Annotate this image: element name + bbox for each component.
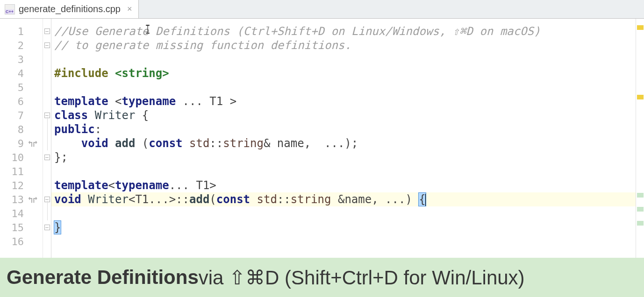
tip-banner-title: Generate Definitions xyxy=(7,266,199,289)
fold-toggle-icon[interactable]: – xyxy=(44,42,50,48)
tab-bar: C++ generate_definitions.cpp × xyxy=(0,0,644,19)
line-number: 7 xyxy=(0,108,43,122)
warning-marker[interactable] xyxy=(637,25,644,30)
line-number: 10 xyxy=(0,150,43,164)
change-marker[interactable] xyxy=(637,221,644,226)
code-comment: //Use Generate Definitions (Ctrl+Shift+D… xyxy=(54,25,540,38)
change-marker[interactable] xyxy=(637,193,644,198)
matched-brace: } xyxy=(54,221,61,234)
code-token: <string> xyxy=(115,67,169,80)
caret xyxy=(425,194,426,206)
line-number: 12 xyxy=(0,178,43,192)
tab-generate-definitions[interactable]: C++ generate_definitions.cpp × xyxy=(0,0,139,18)
fold-end-icon[interactable]: – xyxy=(44,155,50,160)
tip-banner: Generate Definitions via ⇧⌘D (Shift+Ctrl… xyxy=(0,258,644,297)
code-editor-area[interactable]: Ꮖ //Use Generate Definitions (Ctrl+Shift… xyxy=(51,19,644,258)
line-number-gutter[interactable]: 1 2 3 4 5 6 7 8 9↰↱ 10 11 12 13↰↱ 14 15 … xyxy=(0,19,43,258)
line-number: 16 xyxy=(0,234,43,248)
line-number: 4 xyxy=(0,66,43,80)
matched-brace: { xyxy=(419,193,425,206)
change-marker[interactable] xyxy=(637,207,644,212)
tip-banner-text: via ⇧⌘D (Shift+Ctrl+D for Win/Linux) xyxy=(199,266,525,289)
fold-gutter[interactable]: – – – – – – xyxy=(43,19,51,258)
line-number: 13↰↱ xyxy=(0,192,43,206)
vcs-change-marker[interactable]: ↰↱ xyxy=(28,195,38,205)
fold-toggle-icon[interactable]: – xyxy=(44,28,50,34)
error-stripe[interactable] xyxy=(636,19,644,258)
line-number: 8 xyxy=(0,122,43,136)
code-token: #include xyxy=(54,67,115,80)
code-comment: // to generate missing function definiti… xyxy=(54,39,351,52)
line-number: 14 xyxy=(0,206,43,220)
line-number: 5 xyxy=(0,80,43,94)
line-number: 15 xyxy=(0,220,43,234)
cpp-file-icon: C++ xyxy=(5,4,15,14)
close-icon[interactable]: × xyxy=(127,4,132,14)
fold-end-icon[interactable]: – xyxy=(44,225,50,230)
line-number: 2 xyxy=(0,38,43,52)
text-cursor-icon: Ꮖ xyxy=(146,22,150,37)
line-number: 1 xyxy=(0,24,43,38)
editor: 1 2 3 4 5 6 7 8 9↰↱ 10 11 12 13↰↱ 14 15 … xyxy=(0,19,644,258)
line-number: 6 xyxy=(0,94,43,108)
current-line: void Writer<T1...>::add(const std::strin… xyxy=(51,192,644,206)
warning-marker[interactable] xyxy=(637,95,644,99)
line-number: 11 xyxy=(0,164,43,178)
vcs-change-marker[interactable]: ↰↱ xyxy=(28,139,38,148)
line-number: 9↰↱ xyxy=(0,136,43,150)
line-number: 3 xyxy=(0,52,43,66)
tab-filename: generate_definitions.cpp xyxy=(19,4,121,14)
